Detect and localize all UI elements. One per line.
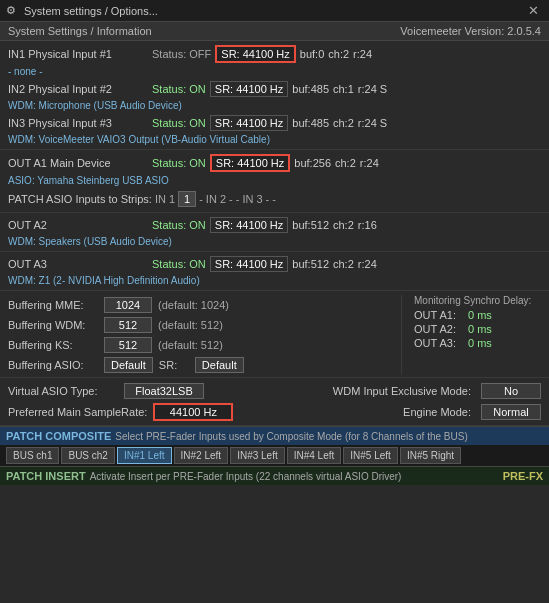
monitoring-col: Monitoring Synchro Delay: OUT A1: 0 ms O… <box>401 295 541 375</box>
buf-mme-val[interactable]: 1024 <box>104 297 152 313</box>
patch-btn-in1-left[interactable]: IN#1 Left <box>117 447 172 464</box>
monitor-a3-val: 0 ms <box>468 337 498 349</box>
outa3-name: OUT A3 <box>8 258 148 270</box>
virtual-asio-row: Virtual ASIO Type: Float32LSB WDM Input … <box>8 381 541 401</box>
patch-btn-bus-ch2[interactable]: BUS ch2 <box>61 447 114 464</box>
patch-dash3: - <box>272 193 276 205</box>
monitor-a1-label: OUT A1: <box>414 309 464 321</box>
patch-in3-val: - <box>266 193 270 205</box>
buf-wdm-label: Buffering WDM: <box>8 319 98 331</box>
outa3-status-val: ON <box>189 258 206 270</box>
monitor-a2-label: OUT A2: <box>414 323 464 335</box>
in1-status-val: OFF <box>189 48 211 60</box>
title-bar: ⚙ System settings / Options... ✕ <box>0 0 549 22</box>
in3-sr-box: SR: 44100 Hz <box>210 115 289 131</box>
patch-composite-desc: Select PRE-Fader Inputs used by Composit… <box>115 431 543 442</box>
header-version: Voicemeeter Version: 2.0.5.4 <box>400 25 541 37</box>
engine-mode-label: Engine Mode: <box>403 406 471 418</box>
in3-row: IN3 Physical Input #3 Status: ON SR: 441… <box>8 113 541 133</box>
buf-asio-row: Buffering ASIO: Default SR: Default <box>8 355 401 375</box>
in2-sr-box: SR: 44100 Hz <box>210 81 289 97</box>
outa3-sr-box: SR: 44100 Hz <box>210 256 289 272</box>
outa1-name: OUT A1 Main Device <box>8 157 148 169</box>
outa2-status-label: Status: ON <box>152 219 206 231</box>
outa1-sub: ASIO: Yamaha Steinberg USB ASIO <box>8 174 541 188</box>
patch-in1-val[interactable]: 1 <box>178 191 196 207</box>
pref-sr-val[interactable]: 44100 Hz <box>153 403 233 421</box>
title-bar-text: System settings / Options... <box>24 5 158 17</box>
buf-ks-row: Buffering KS: 512 (default: 512) <box>8 335 401 355</box>
patch-btn-in5-left[interactable]: IN#5 Left <box>343 447 398 464</box>
inputs-section: IN1 Physical Input #1 Status: OFF SR: 44… <box>0 41 549 150</box>
patch-dash1: - <box>199 193 203 205</box>
outa2-row: OUT A2 Status: ON SR: 44100 Hz buf:512 c… <box>8 215 541 235</box>
options-section: Virtual ASIO Type: Float32LSB WDM Input … <box>0 378 549 426</box>
monitor-a3-row: OUT A3: 0 ms <box>414 336 541 350</box>
buffering-monitoring-row: Buffering MME: 1024 (default: 1024) Buff… <box>0 291 549 378</box>
buf-mme-label: Buffering MME: <box>8 299 98 311</box>
outa1-sr-box: SR: 44100 Hz <box>210 154 291 172</box>
outa3-row: OUT A3 Status: ON SR: 44100 Hz buf:512 c… <box>8 254 541 274</box>
title-bar-left: ⚙ System settings / Options... <box>6 4 158 18</box>
outa2-ch: ch:2 <box>333 219 354 231</box>
wdm-exclusive-val[interactable]: No <box>481 383 541 399</box>
in3-name: IN3 Physical Input #3 <box>8 117 148 129</box>
patch-btn-in2-left[interactable]: IN#2 Left <box>174 447 229 464</box>
patch-btn-bus-ch1[interactable]: BUS ch1 <box>6 447 59 464</box>
outa1-ch: ch:2 <box>335 157 356 169</box>
patch-insert-bar: PATCH INSERT Activate Insert per PRE-Fad… <box>0 466 549 485</box>
outa3-status-label: Status: ON <box>152 258 206 270</box>
patch-btn-in4-left[interactable]: IN#4 Left <box>287 447 342 464</box>
buffering-col: Buffering MME: 1024 (default: 1024) Buff… <box>8 295 401 375</box>
pref-sr-label: Preferred Main SampleRate: <box>8 406 147 418</box>
buf-asio-val[interactable]: Default <box>104 357 153 373</box>
outa2-sr-box: SR: 44100 Hz <box>210 217 289 233</box>
monitoring-title: Monitoring Synchro Delay: <box>414 295 541 308</box>
outa1-section: OUT A1 Main Device Status: ON SR: 44100 … <box>0 150 549 213</box>
virtual-asio-val[interactable]: Float32LSB <box>124 383 204 399</box>
patch-asio-row: PATCH ASIO Inputs to Strips: IN 1 1 - IN… <box>8 188 541 210</box>
patch-btn-in3-left[interactable]: IN#3 Left <box>230 447 285 464</box>
outa2-name: OUT A2 <box>8 219 148 231</box>
in3-r: r:24 S <box>358 117 387 129</box>
close-button[interactable]: ✕ <box>524 3 543 18</box>
app-icon: ⚙ <box>6 4 20 18</box>
in1-status-label: Status: OFF <box>152 48 211 60</box>
monitor-a1-row: OUT A1: 0 ms <box>414 308 541 322</box>
patch-insert-label: PATCH INSERT <box>6 470 86 482</box>
patch-btn-in5-right[interactable]: IN#5 Right <box>400 447 461 464</box>
buf-mme-row: Buffering MME: 1024 (default: 1024) <box>8 295 401 315</box>
buf-ks-val[interactable]: 512 <box>104 337 152 353</box>
in3-status-label: Status: ON <box>152 117 206 129</box>
outa3-sub: WDM: Z1 (2- NVIDIA High Definition Audio… <box>8 274 541 288</box>
outa2-buf: buf:512 <box>292 219 329 231</box>
in2-status-label: Status: ON <box>152 83 206 95</box>
buf-sr-label: SR: <box>159 359 189 371</box>
in2-r: r:24 S <box>358 83 387 95</box>
outa2-status-val: ON <box>189 219 206 231</box>
patch-insert-desc: Activate Insert per PRE-Fader Inputs (22… <box>90 471 499 482</box>
patch-in2-label: IN 2 <box>206 193 226 205</box>
outa2-section: OUT A2 Status: ON SR: 44100 Hz buf:512 c… <box>0 213 549 252</box>
in3-sub: WDM: VoiceMeeter VAIO3 Output (VB-Audio … <box>8 133 541 147</box>
in2-row: IN2 Physical Input #2 Status: ON SR: 441… <box>8 79 541 99</box>
outa1-buf: buf:256 <box>294 157 331 169</box>
patch-in3-label: IN 3 <box>242 193 262 205</box>
patch-in2-val: - <box>229 193 233 205</box>
in1-buf: buf:0 <box>300 48 324 60</box>
outa3-section: OUT A3 Status: ON SR: 44100 Hz buf:512 c… <box>0 252 549 291</box>
in1-r: r:24 <box>353 48 372 60</box>
monitor-a2-row: OUT A2: 0 ms <box>414 322 541 336</box>
outa2-sub: WDM: Speakers (USB Audio Device) <box>8 235 541 249</box>
in1-sub: - none - <box>8 65 541 79</box>
pref-sr-row: Preferred Main SampleRate: 44100 Hz Engi… <box>8 401 541 423</box>
buf-wdm-row: Buffering WDM: 512 (default: 512) <box>8 315 401 335</box>
patch-asio-label: PATCH ASIO Inputs to Strips: <box>8 193 152 205</box>
buf-sr-val[interactable]: Default <box>195 357 244 373</box>
outa2-r: r:16 <box>358 219 377 231</box>
in2-buf: buf:485 <box>292 83 329 95</box>
buf-wdm-val[interactable]: 512 <box>104 317 152 333</box>
patch-insert-right: PRE-FX <box>503 470 543 482</box>
engine-mode-val[interactable]: Normal <box>481 404 541 420</box>
in3-buf: buf:485 <box>292 117 329 129</box>
